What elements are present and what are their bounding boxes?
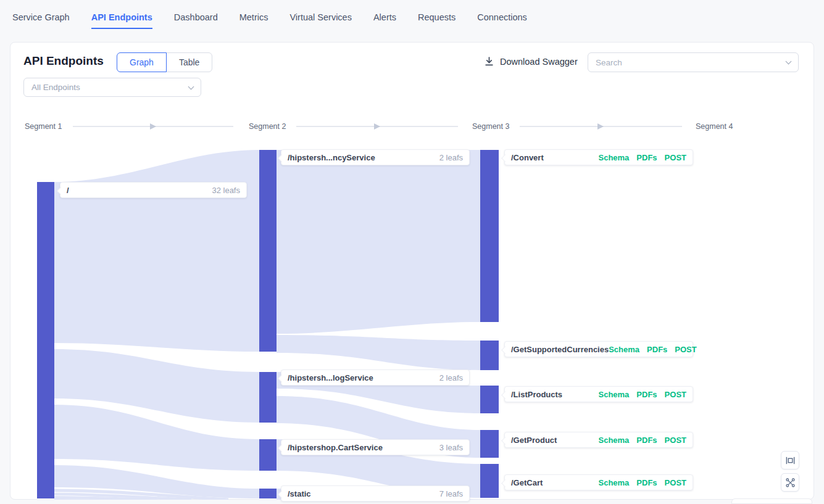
- expand-nodes-icon: [785, 477, 796, 488]
- endpoint-name: /Convert: [511, 153, 544, 162]
- endpoint-label-getproduct[interactable]: /GetProduct Schema PDFs POST: [504, 432, 693, 448]
- sankey-node-bar-cart-service[interactable]: [259, 439, 277, 471]
- node-label-currency-service[interactable]: /hipstersh...ncyService 2 leafs: [281, 149, 470, 165]
- sankey-node-bar-getproduct[interactable]: [480, 430, 499, 458]
- page: Service Graph API Endpoints Dashboard Me…: [0, 0, 824, 504]
- sankey-node-bar-catalog-service[interactable]: [259, 372, 277, 423]
- graph-view-button[interactable]: Graph: [117, 52, 167, 72]
- endpoint-label-listproducts[interactable]: /ListProducts Schema PDFs POST: [504, 386, 693, 402]
- node-leaf-count: 3 leafs: [439, 443, 463, 452]
- sankey-node-bar-convert[interactable]: [480, 150, 499, 322]
- sankey-flow: [54, 500, 127, 500]
- post-link[interactable]: POST: [665, 390, 686, 399]
- node-name: /hipstershop.CartService: [288, 443, 383, 452]
- pdfs-link[interactable]: PDFs: [636, 153, 657, 162]
- post-link[interactable]: POST: [675, 345, 696, 354]
- node-label-cart-service[interactable]: /hipstershop.CartService 3 leafs: [281, 439, 470, 455]
- endpoint-name: /GetCart: [511, 478, 543, 487]
- sankey-node-bar-getsupportedcurrencies[interactable]: [480, 341, 499, 370]
- node-label-root[interactable]: / 32 leafs: [60, 182, 247, 198]
- node-label-static[interactable]: /static 7 leafs: [281, 485, 470, 502]
- endpoint-name: /ListProducts: [511, 390, 562, 399]
- sankey-flow: [54, 150, 259, 352]
- node-name: /static: [288, 489, 311, 498]
- node-leaf-count: 2 leafs: [439, 153, 463, 162]
- sankey-node-bar-static[interactable]: [259, 489, 277, 498]
- endpoint-label-convert[interactable]: /Convert Schema PDFs POST: [504, 149, 693, 165]
- node-name: /: [67, 186, 69, 195]
- partial-node-label[interactable]: [731, 498, 812, 504]
- node-leaf-count: 7 leafs: [439, 489, 463, 498]
- node-name: /hipstersh...ncyService: [288, 153, 375, 162]
- pdfs-link[interactable]: PDFs: [647, 345, 667, 354]
- sankey-node-bar-root[interactable]: [37, 182, 54, 498]
- sankey-graph: [0, 0, 824, 500]
- endpoint-name: /GetSupportedCurrencies: [511, 345, 609, 354]
- sankey-node-bar-listproducts[interactable]: [480, 386, 499, 413]
- fit-to-width-button[interactable]: [781, 451, 799, 469]
- pdfs-link[interactable]: PDFs: [636, 390, 657, 399]
- sankey-node-bar-getcart[interactable]: [480, 464, 499, 498]
- node-leaf-count: 2 leafs: [439, 373, 463, 382]
- pdfs-link[interactable]: PDFs: [636, 478, 657, 487]
- post-link[interactable]: POST: [665, 153, 686, 162]
- schema-link[interactable]: Schema: [598, 436, 629, 445]
- endpoint-label-getcart[interactable]: /GetCart Schema PDFs POST: [504, 474, 693, 490]
- schema-link[interactable]: Schema: [598, 390, 629, 399]
- post-link[interactable]: POST: [665, 478, 686, 487]
- schema-link[interactable]: Schema: [598, 153, 629, 162]
- endpoint-label-getsupportedcurrencies[interactable]: /GetSupportedCurrencies Schema PDFs POST: [504, 341, 693, 357]
- fit-to-width-icon: [785, 455, 796, 466]
- sankey-flow: [277, 150, 480, 334]
- endpoint-name: /GetProduct: [511, 436, 557, 445]
- post-link[interactable]: POST: [665, 436, 686, 445]
- sankey-node-bar-currency-service[interactable]: [259, 150, 277, 352]
- sankey-flow: [277, 335, 480, 370]
- expand-nodes-button[interactable]: [781, 473, 799, 492]
- node-leaf-count: 32 leafs: [212, 186, 240, 195]
- schema-link[interactable]: Schema: [598, 478, 629, 487]
- node-label-catalog-service[interactable]: /hipstersh...logService 2 leafs: [281, 370, 470, 386]
- node-name: /hipstersh...logService: [288, 373, 373, 382]
- pdfs-link[interactable]: PDFs: [636, 436, 657, 445]
- segment-arrows: [73, 123, 682, 130]
- schema-link[interactable]: Schema: [609, 345, 639, 354]
